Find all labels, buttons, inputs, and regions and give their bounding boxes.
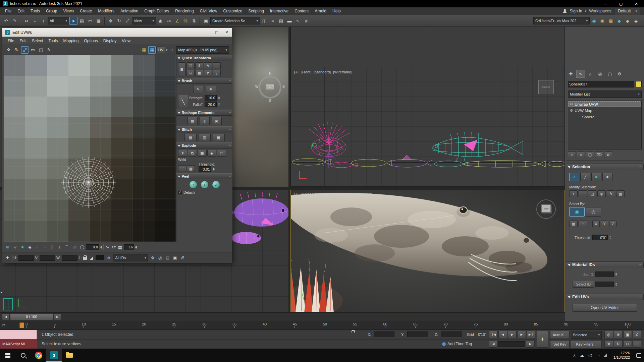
menu-item[interactable]: Tools (46, 38, 60, 44)
material-editor-icon[interactable]: ◉ (590, 17, 598, 25)
menu-item[interactable]: Interactive (267, 8, 291, 14)
viewcube-top-face[interactable]: TOP (266, 84, 275, 90)
background-map-select[interactable]: Map #89 (u...19.05.png) ▾ (176, 46, 229, 54)
uv-rotate-icon[interactable]: ↻ (13, 46, 20, 54)
uv-brush-icon[interactable]: ✎ (45, 46, 53, 54)
auto-key-button[interactable]: Auto K... (550, 331, 570, 339)
set-keys-button[interactable]: + (537, 331, 548, 348)
straighten-selection-button[interactable]: ▦ (187, 117, 198, 125)
show-end-result-icon[interactable]: ≡ (577, 152, 585, 158)
lock-selection-icon[interactable] (83, 257, 87, 260)
edge-mode-button[interactable]: ╱ (580, 173, 590, 181)
freeze-icon[interactable]: ❄ (106, 255, 112, 261)
select-object-icon[interactable]: ➤ (69, 17, 77, 25)
vertex-mode-button[interactable]: ∴ (569, 173, 579, 181)
viewport-label-token[interactable]: [Wireframe] (333, 70, 352, 74)
element-mode-button[interactable]: ❖ (602, 173, 612, 181)
hidden-icons-chevron[interactable]: ∧ (573, 353, 576, 358)
schematic-view-icon[interactable]: # (302, 17, 310, 25)
current-frame-input[interactable] (498, 341, 525, 347)
redo-icon[interactable]: ↷ (10, 17, 18, 25)
select-by-material-button[interactable]: ◔ (579, 221, 587, 227)
bind-to-space-warp-icon[interactable]: ≀ (39, 17, 47, 25)
next-frame-arrow[interactable]: ▶ (54, 313, 61, 320)
angle-mode-icon[interactable]: ⊿ (71, 244, 77, 250)
visibility-eye-icon[interactable]: ⊙ (570, 108, 573, 113)
paint-select-button[interactable]: ✎ (607, 190, 615, 197)
tab-utilities[interactable]: ⚙ (615, 70, 624, 78)
rollout-peel[interactable]: ▾ Peel ┉ (176, 173, 232, 179)
brush-size-icon[interactable]: ◯ (79, 244, 85, 250)
uv-canvas[interactable] (4, 55, 176, 242)
maximize-viewport-icon[interactable]: ⊞ (633, 340, 641, 348)
falloff-curve-icon[interactable]: ∿ (104, 244, 111, 250)
rollout-reshape-elements[interactable]: ▾ Reshape Elements ┉ (176, 110, 232, 116)
stitch-custom-button[interactable]: ▤ (184, 134, 197, 141)
align-vertical-button[interactable]: ⇊ (186, 70, 195, 76)
make-unique-icon[interactable]: ❏ (586, 152, 594, 158)
falloff-curve-button[interactable]: ╲ (178, 95, 188, 108)
menu-item[interactable]: Content (291, 8, 312, 14)
pin-stack-icon[interactable]: ⌖ (568, 152, 576, 158)
flatten-mapping-button[interactable]: ▦ (198, 150, 207, 157)
quick-peel-button[interactable]: ◔ (189, 181, 197, 189)
menu-item[interactable]: Rendering (172, 8, 197, 14)
rollout-stitch[interactable]: ▾ Stitch ┉ (176, 126, 232, 132)
network-icon[interactable] (604, 354, 607, 357)
taskbar-3ds-max[interactable]: 3 (46, 349, 62, 362)
render-setup-icon[interactable]: ▣ (598, 17, 606, 25)
weld-together-button[interactable]: ⌒ (178, 165, 186, 172)
edit-uvws-titlebar[interactable]: 3 Edit UVWs —▢✕ (2, 28, 232, 37)
start-button[interactable] (0, 349, 15, 362)
viewport-label-token[interactable]: [+] (294, 192, 299, 196)
menu-item[interactable]: Display (101, 38, 119, 44)
material-id-filter-select[interactable]: All IDs ▾ (113, 254, 148, 261)
rollout-brush[interactable]: ▾ Brush ┉ (176, 78, 232, 84)
uv-space-button[interactable]: UV (156, 47, 165, 53)
menu-item[interactable]: Group (43, 8, 60, 14)
object-color-swatch[interactable] (636, 81, 642, 87)
uvw-minimize-button[interactable]: — (202, 29, 212, 36)
orbit-icon[interactable]: ↻ (614, 340, 623, 348)
break-button[interactable]: ▢ (217, 150, 226, 157)
align-selector-button[interactable]: ⊞ (178, 62, 185, 76)
spinner-snap-icon[interactable]: ⇅ (190, 17, 198, 25)
spinner-arrows[interactable] (615, 282, 617, 287)
taskbar-chrome[interactable] (31, 349, 46, 362)
viewport-layout-tab-icon[interactable] (3, 298, 13, 310)
viewport-perspective[interactable]: [+][Perspective][Standard][Default Shadi… (290, 190, 565, 312)
rotate-angle-input[interactable] (86, 244, 99, 250)
soft-selection-icon[interactable]: ⊞ (4, 244, 11, 250)
select-and-scale-icon[interactable]: ⤢ (123, 17, 131, 25)
falloff-box-icon[interactable]: ■ (19, 244, 26, 250)
shrink-selection-button[interactable]: − (579, 190, 587, 197)
compass-south-label[interactable]: S (269, 99, 271, 103)
rollout-edit-uvs[interactable]: ▾ Edit UVs ┉ (566, 294, 644, 300)
viewport-label-token[interactable]: [Front] (301, 70, 312, 74)
next-frame-button[interactable]: ▶ (517, 331, 526, 338)
uv-mirror-icon[interactable]: ◫ (37, 46, 45, 54)
rectangular-selection-icon[interactable]: ▭ (86, 17, 94, 25)
fov-icon[interactable]: ∠ (633, 331, 641, 338)
v-input[interactable] (40, 255, 55, 261)
menu-item[interactable]: Graph Editors (141, 8, 172, 14)
compass-west-label[interactable]: W (255, 85, 258, 88)
loop-selection-button[interactable]: ◫ (588, 190, 596, 197)
set-key-button[interactable]: Set Key (550, 340, 570, 348)
set-id-input[interactable] (595, 272, 614, 277)
stitch-to-target-button[interactable]: ▥ (199, 134, 211, 141)
project-folder-select[interactable]: C:\Users\Er...ds Max 202▾ (533, 17, 590, 24)
strength-input[interactable] (205, 95, 217, 101)
zoom-region-icon[interactable]: ⊡ (623, 340, 632, 348)
edit-named-selections-icon[interactable]: ▣ (202, 17, 210, 25)
viewport-label-token[interactable]: [Perspective] (301, 192, 322, 196)
grow-selection-button[interactable]: + (569, 190, 578, 197)
object-name-input[interactable] (568, 81, 634, 87)
compass-east-label[interactable]: E (282, 85, 285, 88)
absolute-offset-icon[interactable]: ✚ (4, 255, 10, 261)
make-rectangular-button[interactable]: ◫ (200, 117, 210, 125)
selection-filter-select[interactable]: All▾ (48, 17, 69, 24)
menu-item[interactable]: Modifiers (95, 8, 117, 14)
menu-item[interactable]: File (5, 38, 17, 44)
menu-item[interactable]: Customize (220, 8, 246, 14)
